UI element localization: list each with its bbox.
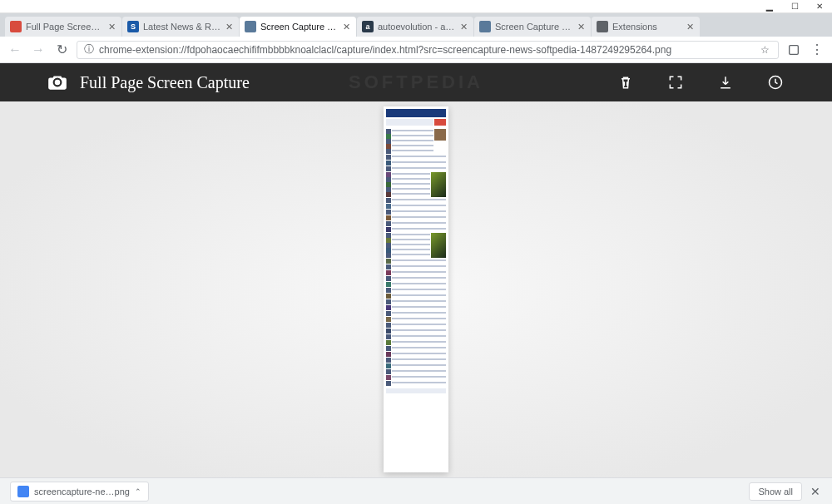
download-icon — [717, 74, 734, 91]
bookmark-star-icon[interactable]: ☆ — [758, 43, 771, 57]
tab-title: Extensions — [612, 22, 681, 32]
url-text: chrome-extension://fdpohaocaechififmbbbb… — [99, 44, 753, 56]
back-button[interactable]: ← — [7, 42, 23, 58]
tab-favicon-icon — [10, 21, 22, 32]
window-maximize-button[interactable]: ☐ — [782, 0, 807, 13]
window-close-button[interactable]: ✕ — [807, 0, 832, 13]
download-file-name: screencapture-ne…png — [34, 487, 130, 497]
browser-tab[interactable]: S Latest News & Reviews ✕ — [122, 17, 239, 37]
tab-close-icon[interactable]: ✕ — [458, 22, 468, 32]
reload-button[interactable]: ↻ — [53, 42, 70, 58]
site-info-icon[interactable]: ⓘ — [84, 42, 94, 57]
expand-icon — [667, 74, 684, 91]
trash-icon — [617, 74, 634, 91]
browser-tab[interactable]: Full Page Screen Captu ✕ — [5, 17, 121, 37]
capture-viewport — [0, 101, 832, 477]
browser-tab-active[interactable]: Screen Capture Result ✕ — [240, 17, 356, 37]
browser-tab[interactable]: Extensions ✕ — [592, 17, 700, 37]
tab-close-icon[interactable]: ✕ — [106, 22, 116, 32]
close-downloads-bar-button[interactable]: ✕ — [809, 485, 822, 498]
tab-favicon-icon — [479, 21, 491, 32]
tab-favicon-icon — [245, 21, 256, 32]
tab-favicon-icon — [597, 21, 608, 32]
forward-button[interactable]: → — [30, 42, 47, 58]
tab-favicon-icon: a — [362, 21, 374, 32]
watermark-text: SOFTPEDIA — [349, 72, 483, 93]
tab-close-icon[interactable]: ✕ — [224, 22, 234, 32]
history-icon — [767, 74, 784, 91]
svg-rect-0 — [790, 45, 799, 54]
download-item[interactable]: screencapture-ne…png ⌃ — [10, 482, 149, 502]
file-type-icon — [17, 486, 29, 497]
url-input[interactable]: ⓘ chrome-extension://fdpohaocaechififmbb… — [77, 41, 779, 59]
tab-title: autoevolution - autom — [378, 22, 455, 32]
browser-tab[interactable]: Screen Capture Result ✕ — [474, 17, 591, 37]
tab-close-icon[interactable]: ✕ — [341, 22, 351, 32]
extension-title: Full Page Screen Capture — [80, 73, 250, 92]
tab-close-icon[interactable]: ✕ — [576, 22, 586, 32]
tab-title: Screen Capture Result — [495, 22, 572, 32]
window-minimize-button[interactable]: ▁ — [757, 0, 782, 13]
tab-close-icon[interactable]: ✕ — [685, 22, 695, 32]
captured-screenshot-thumbnail[interactable] — [384, 106, 448, 472]
delete-button[interactable] — [616, 72, 636, 92]
downloads-bar: screencapture-ne…png ⌃ Show all ✕ — [0, 477, 832, 504]
browser-menu-button[interactable]: ⋮ — [809, 42, 825, 58]
download-chevron-icon[interactable]: ⌃ — [135, 487, 141, 496]
tab-title: Latest News & Reviews — [143, 22, 220, 32]
extension-header: SOFTPEDIA Full Page Screen Capture — [0, 63, 832, 101]
extension-toolbar — [616, 72, 785, 92]
browser-tab[interactable]: a autoevolution - autom ✕ — [357, 17, 473, 37]
show-all-downloads-button[interactable]: Show all — [749, 482, 802, 501]
window-titlebar: ▁ ☐ ✕ — [0, 0, 832, 13]
extension-icon[interactable] — [785, 42, 802, 58]
browser-tab-strip: Full Page Screen Captu ✕ S Latest News &… — [0, 13, 832, 37]
tab-title: Full Page Screen Captu — [26, 22, 103, 32]
extension-logo: Full Page Screen Capture — [47, 72, 250, 93]
tab-title: Screen Capture Result — [260, 22, 338, 32]
history-button[interactable] — [765, 72, 785, 92]
camera-icon — [47, 72, 68, 93]
browser-address-bar: ← → ↻ ⓘ chrome-extension://fdpohaocaechi… — [0, 37, 832, 63]
tab-favicon-icon: S — [127, 21, 139, 32]
download-button[interactable] — [716, 72, 735, 92]
fullscreen-button[interactable] — [666, 72, 686, 92]
